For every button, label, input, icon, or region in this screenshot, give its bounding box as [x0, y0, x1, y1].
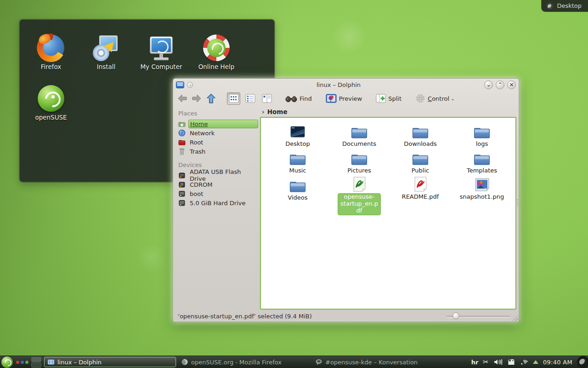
home-icon — [178, 121, 186, 127]
window-edge-grip[interactable] — [517, 199, 519, 207]
my-computer-icon — [148, 34, 175, 61]
system-tray: hr ✂ 09:40 AM — [471, 356, 588, 368]
sidebar-item-trash[interactable]: Trash — [177, 147, 258, 156]
split-button[interactable]: Split — [374, 94, 403, 103]
desktop-icon-firefox[interactable]: Firefox — [23, 34, 79, 70]
konversation-task-icon — [315, 358, 322, 366]
breadcrumb[interactable]: › Home — [260, 106, 517, 117]
task-button-dolphin[interactable]: linux – Dolphin — [44, 357, 176, 367]
file-view[interactable]: Desktop Documents Downloads logs — [260, 117, 516, 310]
globe-icon — [178, 129, 186, 137]
file-item-snapshot1-png[interactable]: snapshot1.png — [456, 175, 508, 200]
image-file-icon — [475, 178, 490, 192]
binoculars-icon — [285, 94, 297, 103]
network-signal-icon[interactable] — [520, 358, 528, 366]
folder-icon — [412, 125, 429, 139]
desktop-icon-label: Firefox — [41, 63, 62, 70]
icons-view-button[interactable] — [227, 92, 240, 105]
dolphin-app-icon — [176, 81, 184, 88]
desktop-pager[interactable] — [31, 357, 41, 368]
control-button[interactable]: Control ⌄ — [413, 93, 457, 104]
chevron-down-icon: ⌄ — [451, 96, 455, 102]
task-button-konversation[interactable]: #opensuse-kde – Konversation — [312, 357, 444, 367]
sidebar-item-root[interactable]: Root — [177, 138, 258, 147]
column-view-button[interactable] — [260, 92, 273, 105]
firefox-icon — [38, 34, 64, 61]
minimize-button[interactable]: ⌄ — [484, 80, 493, 89]
folder-icon — [351, 125, 368, 139]
file-item-videos[interactable]: Videos — [272, 176, 323, 201]
resize-grip[interactable] — [512, 315, 518, 321]
back-button[interactable] — [177, 93, 188, 104]
taskbar: linux – Dolphin openSUSE.org - Mozilla F… — [0, 356, 588, 368]
forward-button[interactable] — [191, 93, 202, 104]
blue-dot-icon — [21, 361, 24, 364]
sidebar-item-cdrom[interactable]: CDROM — [177, 180, 258, 189]
file-item-readme-pdf[interactable]: README.pdf — [395, 175, 446, 200]
dolphin-task-icon — [47, 359, 55, 365]
volume-icon[interactable] — [493, 358, 503, 366]
kickoff-launcher-button[interactable] — [1, 356, 13, 368]
desktop-toolbox[interactable]: Desktop — [541, 0, 588, 12]
desktop-icon-label: My Computer — [140, 63, 182, 70]
up-button[interactable] — [205, 93, 217, 104]
desktop-icon-install[interactable]: Install — [78, 34, 135, 70]
task-button-firefox[interactable]: openSUSE.org - Mozilla Firefox — [178, 357, 310, 367]
sidebar-item-hard-drive[interactable]: 5.0 GiB Hard Drive — [177, 198, 258, 207]
file-item-documents[interactable]: Documents — [334, 122, 385, 147]
device-notifier-icon[interactable] — [507, 358, 515, 366]
hard-drive-icon — [178, 199, 186, 207]
pdf-green-icon — [353, 177, 366, 192]
green-dot-icon — [25, 361, 28, 364]
tray-expander-icon[interactable] — [533, 360, 538, 364]
klipper-scissors-icon[interactable]: ✂ — [483, 358, 489, 366]
clock[interactable]: 09:40 AM — [543, 359, 572, 366]
file-item-downloads[interactable]: Downloads — [395, 122, 446, 147]
activity-dots[interactable] — [16, 361, 28, 364]
sidebar-item-home[interactable]: Home — [177, 119, 258, 128]
firefox-task-icon — [181, 358, 188, 366]
details-view-button[interactable] — [243, 92, 257, 105]
panel-cashew-icon[interactable] — [577, 356, 588, 368]
file-item-desktop[interactable]: Desktop — [272, 122, 323, 147]
sidebar-item-boot[interactable]: boot — [177, 189, 258, 198]
keyboard-layout-indicator[interactable]: hr — [471, 359, 479, 366]
file-item-templates[interactable]: Templates — [456, 149, 508, 174]
file-item-opensuse-startup-pdf[interactable]: opensuse-startup_en.pdf — [334, 175, 385, 215]
maximize-button[interactable]: ⌃ — [496, 80, 504, 89]
sidebar-item-network[interactable]: Network — [177, 128, 258, 138]
red-dot-icon — [16, 361, 19, 364]
file-item-music[interactable]: Music — [272, 149, 323, 174]
cashew-icon — [546, 2, 553, 9]
desktop-icon-label: openSUSE — [35, 114, 67, 121]
folder-icon — [289, 178, 306, 193]
statusbar: ‘opensuse-startup_en.pdf’ selected (9.4 … — [173, 310, 519, 322]
desktop-icon-label: Install — [97, 63, 116, 70]
trash-icon — [178, 148, 186, 155]
virtual-desktop-1[interactable] — [31, 357, 41, 362]
file-item-logs[interactable]: logs — [456, 122, 508, 147]
dolphin-window: linux – Dolphin ⌄ ⌃ × Find Previe — [173, 78, 519, 322]
file-item-public[interactable]: Public — [395, 149, 446, 174]
zoom-slider[interactable] — [446, 312, 510, 320]
zoom-slider-knob[interactable] — [452, 312, 459, 319]
file-item-pictures[interactable]: Pictures — [334, 149, 385, 174]
desktop-icon-online-help[interactable]: Online Help — [188, 34, 245, 70]
places-header: Places — [178, 110, 258, 117]
usb-drive-icon — [178, 172, 186, 179]
folder-icon — [412, 151, 429, 166]
virtual-desktop-2[interactable] — [31, 362, 41, 368]
folder-icon — [351, 151, 368, 166]
desktop-icon-opensuse[interactable]: openSUSE — [23, 85, 79, 121]
titlebar[interactable]: linux – Dolphin ⌄ ⌃ × — [173, 79, 519, 91]
pin-button[interactable] — [187, 82, 193, 88]
folder-icon — [473, 125, 491, 139]
preview-button[interactable]: Preview — [324, 94, 364, 103]
desktop-icon-my-computer[interactable]: My Computer — [133, 34, 190, 70]
close-button[interactable]: × — [507, 80, 516, 89]
sidebar-item-usb-drive[interactable]: ADATA USB Flash Drive — [177, 171, 258, 180]
online-help-icon — [203, 34, 230, 61]
breadcrumb-location[interactable]: Home — [267, 108, 288, 115]
preview-icon — [326, 94, 337, 103]
find-button[interactable]: Find — [283, 94, 314, 103]
